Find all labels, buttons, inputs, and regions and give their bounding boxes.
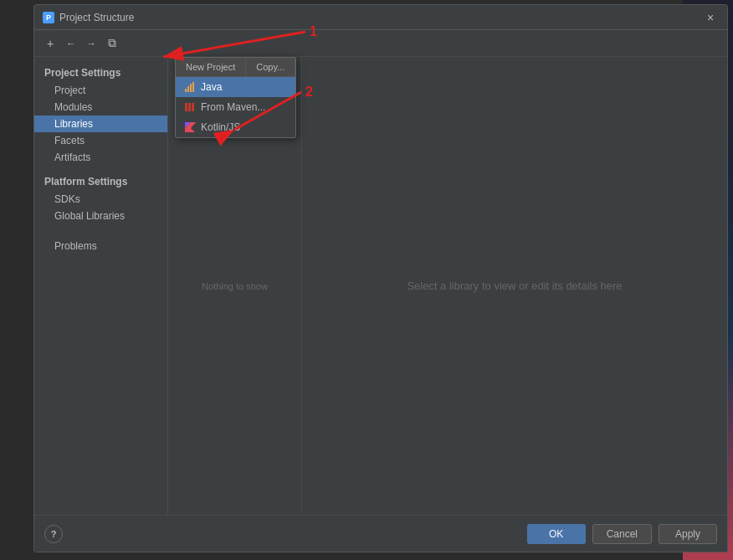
svg-rect-2	[190, 84, 192, 92]
sidebar-item-global-libraries[interactable]: Global Libraries	[34, 208, 167, 224]
help-button[interactable]: ?	[44, 525, 63, 543]
sidebar-item-modules[interactable]: Modules	[34, 99, 167, 116]
kotlin-icon	[184, 121, 196, 133]
sidebar-item-artifacts[interactable]: Artifacts	[34, 149, 167, 166]
sidebar-item-problems[interactable]: Problems	[34, 238, 167, 254]
apply-button[interactable]: Apply	[659, 524, 717, 544]
toolbar: + ← → ⧉	[34, 30, 727, 57]
dropdown-item-maven[interactable]: From Maven...	[176, 97, 295, 117]
svg-rect-3	[192, 82, 194, 92]
ok-button[interactable]: OK	[527, 524, 586, 544]
dropdown-item-java[interactable]: Java	[176, 77, 295, 97]
project-structure-dialog: P Project Structure × + ← → ⧉ Project Se…	[33, 4, 728, 552]
java-icon	[184, 81, 196, 93]
sidebar: Project Settings Project Modules Librari…	[34, 57, 168, 515]
add-button[interactable]: +	[41, 34, 59, 53]
svg-rect-1	[187, 86, 189, 92]
sidebar-item-facets[interactable]: Facets	[34, 132, 167, 149]
titlebar: P Project Structure ×	[34, 5, 727, 30]
svg-rect-4	[185, 103, 187, 111]
back-button[interactable]: ←	[63, 35, 79, 52]
dialog-title: Project Structure	[59, 12, 134, 23]
svg-rect-0	[185, 89, 187, 92]
dialog-icon: P	[43, 12, 54, 23]
sidebar-item-sdks[interactable]: SDKs	[34, 191, 167, 208]
copy-button[interactable]: ⧉	[103, 34, 121, 53]
bottom-buttons: OK Cancel Apply	[527, 524, 717, 544]
titlebar-left: P Project Structure	[43, 12, 134, 23]
svg-rect-5	[188, 103, 191, 111]
maven-icon	[184, 101, 196, 113]
close-button[interactable]: ×	[702, 9, 719, 26]
select-library-hint: Select a library to view or edit its det…	[407, 280, 622, 292]
right-detail-panel: Select a library to view or edit its det…	[302, 57, 727, 515]
dropdown-header: New Project Copy...	[176, 58, 295, 77]
nothing-to-show-label: Nothing to show	[202, 281, 268, 291]
content-area: Project Settings Project Modules Librari…	[34, 57, 727, 515]
copy-tab[interactable]: Copy...	[246, 58, 295, 76]
sidebar-item-libraries[interactable]: Libraries	[34, 116, 167, 132]
bottom-bar: ? OK Cancel Apply	[34, 515, 727, 552]
new-project-dropdown: New Project Copy... Java	[175, 57, 296, 138]
platform-settings-heading: Platform Settings	[34, 172, 167, 191]
new-project-tab[interactable]: New Project	[176, 58, 246, 76]
dropdown-item-kotlin[interactable]: Kotlin/JS	[176, 117, 295, 137]
forward-button[interactable]: →	[83, 35, 100, 52]
cancel-button[interactable]: Cancel	[592, 524, 652, 544]
bottom-left: ?	[44, 525, 63, 543]
sidebar-item-project[interactable]: Project	[34, 82, 167, 99]
svg-rect-6	[192, 103, 194, 111]
project-settings-heading: Project Settings	[34, 64, 167, 82]
